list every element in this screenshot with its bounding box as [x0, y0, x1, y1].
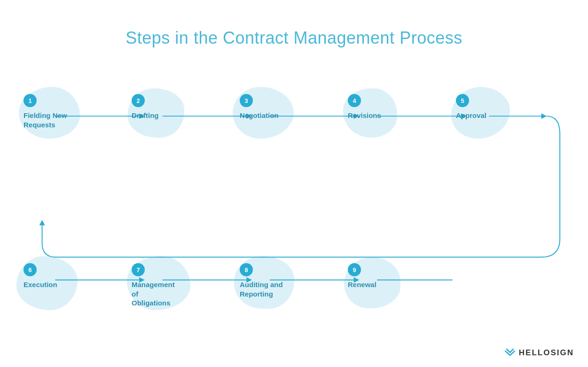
step-2-label: Drafting — [132, 111, 159, 120]
step-1-number: 1 — [24, 94, 37, 107]
step-7-content: 7 Management of Obligations — [132, 263, 179, 308]
step-6-label: Execution — [24, 280, 57, 289]
step-7-number: 7 — [132, 263, 145, 276]
step-9-content: 9 Renewal — [348, 263, 376, 289]
hellosign-logo: HELLOSIGN — [505, 348, 574, 358]
svg-marker-10 — [39, 220, 45, 226]
step-1-label: Fielding New Requests — [24, 111, 71, 129]
step-5: 5 Approval — [456, 94, 486, 120]
step-5-content: 5 Approval — [456, 94, 486, 120]
step-4: 4 Revisions — [348, 94, 381, 120]
step-3: 3 Negotiation — [240, 94, 279, 120]
step-3-number: 3 — [240, 94, 253, 107]
step-3-content: 3 Negotiation — [240, 94, 279, 120]
step-6-content: 6 Execution — [24, 263, 57, 289]
step-8-number: 8 — [240, 263, 253, 276]
step-9: 9 Renewal — [348, 263, 376, 289]
step-6-number: 6 — [24, 263, 37, 276]
step-3-label: Negotiation — [240, 111, 279, 120]
step-8-label: Auditing and Reporting — [240, 280, 287, 298]
step-9-number: 9 — [348, 263, 361, 276]
step-6: 6 Execution — [24, 263, 57, 289]
svg-marker-9 — [541, 113, 547, 119]
hellosign-brand-text: HELLOSIGN — [519, 348, 574, 358]
step-4-label: Revisions — [348, 111, 381, 120]
step-1: 1 Fielding New Requests — [24, 94, 71, 129]
diagram-container: 1 Fielding New Requests 2 Drafting 3 Neg… — [19, 75, 569, 348]
step-2: 2 Drafting — [132, 94, 159, 120]
hellosign-chevron-icon — [505, 349, 515, 357]
step-7-label: Management of Obligations — [132, 280, 179, 308]
step-2-number: 2 — [132, 94, 145, 107]
step-8-content: 8 Auditing and Reporting — [240, 263, 287, 298]
step-4-content: 4 Revisions — [348, 94, 381, 120]
page-title: Steps in the Contract Management Process — [0, 0, 588, 48]
step-9-label: Renewal — [348, 280, 376, 289]
step-1-content: 1 Fielding New Requests — [24, 94, 71, 129]
step-5-number: 5 — [456, 94, 469, 107]
step-5-label: Approval — [456, 111, 486, 120]
hellosign-icon — [505, 349, 515, 357]
step-4-number: 4 — [348, 94, 361, 107]
step-8: 8 Auditing and Reporting — [240, 263, 287, 298]
step-2-content: 2 Drafting — [132, 94, 159, 120]
step-7: 7 Management of Obligations — [132, 263, 179, 308]
